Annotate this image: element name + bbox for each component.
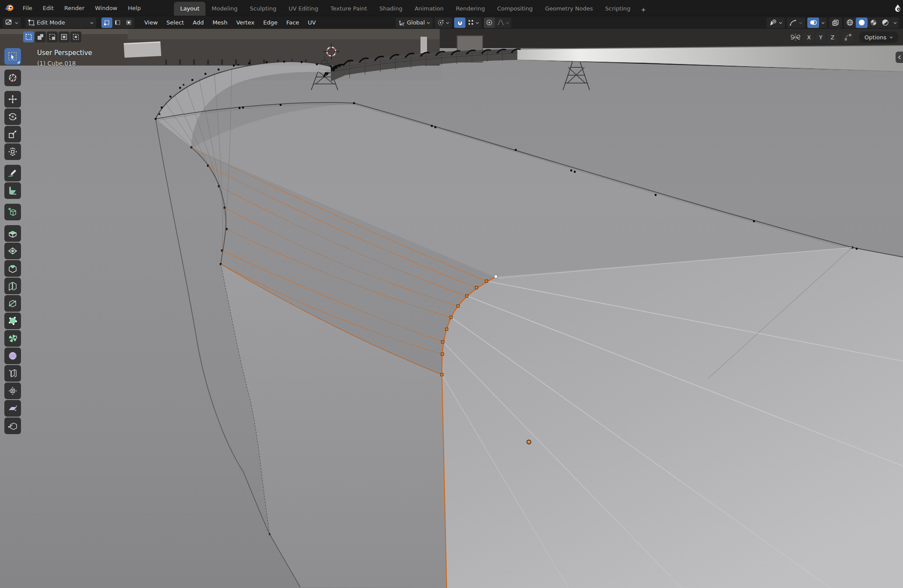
tool-bevel[interactable] bbox=[4, 260, 21, 277]
transform-orientation-dropdown[interactable]: Global bbox=[396, 17, 433, 28]
menu-mesh[interactable]: Mesh bbox=[208, 17, 232, 28]
menu-edge[interactable]: Edge bbox=[259, 17, 282, 28]
tab-animation[interactable]: Animation bbox=[409, 2, 450, 16]
tool-transform[interactable] bbox=[4, 143, 21, 160]
3d-viewport[interactable]: User Perspective (1) Cube.018 bbox=[0, 29, 903, 588]
select-invert-button[interactable] bbox=[59, 31, 69, 42]
tool-add-cube[interactable] bbox=[4, 204, 21, 220]
options-dropdown[interactable]: Options bbox=[859, 31, 899, 43]
solid-shading-icon bbox=[858, 19, 865, 26]
pivot-point-dropdown[interactable] bbox=[434, 17, 452, 28]
menu-add[interactable]: Add bbox=[188, 17, 208, 28]
tool-move[interactable] bbox=[4, 91, 21, 108]
tool-shrink-fatten[interactable] bbox=[4, 383, 21, 399]
select-set-button[interactable] bbox=[23, 31, 34, 42]
add-workspace-button[interactable]: + bbox=[636, 3, 650, 16]
tab-uv-editing[interactable]: UV Editing bbox=[282, 2, 324, 16]
tool-knife[interactable] bbox=[4, 295, 21, 312]
shading-rendered-button[interactable] bbox=[879, 17, 891, 28]
chevron-left-icon bbox=[898, 55, 901, 59]
menu-uv[interactable]: UV bbox=[303, 17, 320, 28]
menu-view[interactable]: View bbox=[140, 17, 162, 28]
tab-texture-paint[interactable]: Texture Paint bbox=[324, 2, 373, 16]
proportional-edit-group bbox=[484, 17, 511, 28]
chevron-down-icon bbox=[90, 21, 94, 24]
sidebar-toggle-arrow[interactable] bbox=[896, 52, 903, 63]
mirror-x-button[interactable]: X bbox=[803, 32, 815, 43]
tool-edge-slide[interactable] bbox=[4, 365, 21, 382]
scene-icon[interactable] bbox=[893, 3, 902, 12]
shading-dropdown[interactable] bbox=[891, 17, 899, 28]
proportional-edit-icon bbox=[486, 19, 493, 26]
menu-window[interactable]: Window bbox=[90, 3, 122, 13]
chevron-down-icon bbox=[15, 21, 18, 24]
tool-spin[interactable] bbox=[4, 330, 21, 347]
select-mode-vertex-button[interactable] bbox=[101, 17, 112, 28]
tool-inset-faces[interactable] bbox=[4, 243, 21, 259]
object-origin-dot[interactable] bbox=[527, 440, 531, 444]
tab-rendering[interactable]: Rendering bbox=[450, 2, 491, 16]
select-intersect-button[interactable] bbox=[70, 31, 81, 42]
tool-extrude-region[interactable] bbox=[4, 225, 21, 242]
tool-box-select[interactable] bbox=[4, 48, 21, 65]
tool-loop-cut[interactable] bbox=[4, 278, 21, 294]
tab-sculpting[interactable]: Sculpting bbox=[243, 2, 282, 16]
mode-label: Edit Mode bbox=[37, 19, 88, 26]
show-object-types-dropdown[interactable] bbox=[767, 17, 785, 28]
viewport-header: Edit Mode View Select Add Mesh Vertex Ed… bbox=[0, 16, 903, 29]
tool-poly-build[interactable] bbox=[4, 313, 21, 329]
menu-edit[interactable]: Edit bbox=[38, 3, 59, 13]
snap-target-dropdown[interactable] bbox=[465, 17, 481, 28]
mirror-z-button[interactable]: Z bbox=[827, 32, 838, 43]
gizmos-dropdown[interactable] bbox=[787, 17, 805, 28]
tab-compositing[interactable]: Compositing bbox=[491, 2, 539, 16]
tab-geometry-nodes[interactable]: Geometry Nodes bbox=[539, 2, 599, 16]
snap-toggle-button[interactable] bbox=[454, 17, 465, 28]
tab-layout[interactable]: Layout bbox=[174, 2, 205, 16]
menu-select[interactable]: Select bbox=[162, 17, 188, 28]
select-subtract-button[interactable] bbox=[47, 31, 58, 42]
tool-rip-region[interactable] bbox=[4, 418, 21, 434]
menu-file[interactable]: File bbox=[17, 3, 38, 13]
tab-shading[interactable]: Shading bbox=[373, 2, 409, 16]
mirror-icon bbox=[790, 32, 801, 42]
xray-toggle[interactable] bbox=[829, 17, 842, 28]
tool-rotate[interactable] bbox=[4, 108, 21, 125]
proportional-falloff-dropdown[interactable] bbox=[495, 17, 511, 28]
correct-face-attributes-toggle[interactable] bbox=[843, 32, 854, 43]
shading-solid-button[interactable] bbox=[856, 17, 868, 28]
overlays-group bbox=[807, 17, 827, 28]
select-extend-button[interactable] bbox=[35, 31, 46, 42]
shading-material-button[interactable] bbox=[868, 17, 879, 28]
tool-shear[interactable] bbox=[4, 400, 21, 417]
tool-scale[interactable] bbox=[4, 126, 21, 143]
bottom-silhouette-vertex[interactable] bbox=[269, 533, 271, 535]
active-vertex[interactable] bbox=[494, 275, 497, 278]
tool-annotate[interactable] bbox=[4, 165, 21, 181]
tool-smooth[interactable] bbox=[4, 348, 21, 364]
overlays-toggle[interactable] bbox=[807, 17, 819, 28]
tab-scripting[interactable]: Scripting bbox=[599, 2, 637, 16]
select-mode-face-button[interactable] bbox=[123, 17, 134, 28]
mirror-y-button[interactable]: Y bbox=[815, 32, 827, 43]
tool-measure[interactable] bbox=[4, 182, 21, 199]
overlays-dropdown[interactable] bbox=[819, 17, 827, 28]
proportional-edit-toggle[interactable] bbox=[484, 17, 495, 28]
blender-logo-icon[interactable] bbox=[0, 4, 17, 12]
editor-type-button[interactable] bbox=[3, 17, 21, 28]
chevron-down-icon bbox=[506, 21, 509, 24]
shading-wireframe-button[interactable] bbox=[844, 17, 856, 28]
rendered-shading-icon bbox=[882, 19, 889, 26]
view-perspective-label: User Perspective bbox=[37, 49, 92, 57]
magnet-icon bbox=[456, 19, 463, 26]
menu-help[interactable]: Help bbox=[123, 3, 146, 13]
select-mode-edge-button[interactable] bbox=[112, 17, 123, 28]
mode-dropdown[interactable]: Edit Mode bbox=[25, 17, 96, 28]
tab-modeling[interactable]: Modeling bbox=[205, 2, 243, 16]
menu-render[interactable]: Render bbox=[59, 3, 90, 13]
menu-face[interactable]: Face bbox=[282, 17, 303, 28]
viewport-canvas[interactable] bbox=[0, 29, 903, 588]
overlays-icon bbox=[809, 19, 817, 26]
tool-cursor[interactable] bbox=[4, 70, 21, 86]
menu-vertex[interactable]: Vertex bbox=[232, 17, 259, 28]
